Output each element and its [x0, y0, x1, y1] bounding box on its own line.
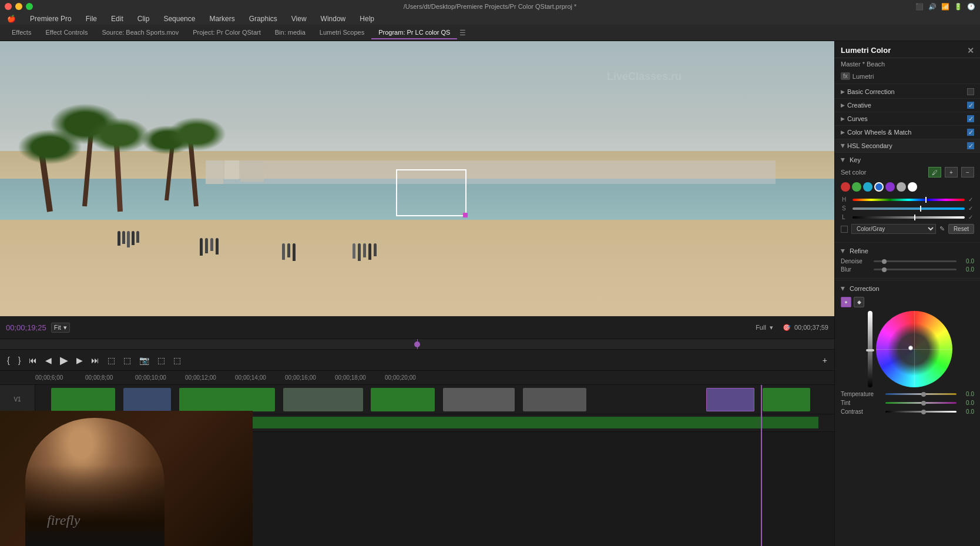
- menu-sequence[interactable]: Sequence: [161, 15, 197, 23]
- overwrite-button[interactable]: ⬚: [122, 354, 132, 366]
- scrub-playhead[interactable]: [414, 341, 420, 347]
- go-to-in-button[interactable]: ⏮: [28, 354, 38, 366]
- clip-5[interactable]: [371, 388, 435, 411]
- temperature-slider[interactable]: [885, 393, 956, 395]
- menu-window[interactable]: Window: [318, 15, 348, 23]
- section-color-wheels[interactable]: ▶ Color Wheels & Match ✓: [835, 126, 980, 139]
- clip-3[interactable]: [179, 388, 275, 411]
- swatch-cyan[interactable]: [863, 182, 872, 192]
- section-hsl-secondary[interactable]: ▶ HSL Secondary ✓: [835, 139, 980, 153]
- wheel-indicator[interactable]: [908, 346, 913, 350]
- color-wheels-checkbox[interactable]: ✓: [967, 129, 974, 136]
- tab-project[interactable]: Project: Pr Color QStart: [186, 26, 268, 39]
- tab-menu-icon[interactable]: ☰: [459, 29, 466, 37]
- tab-effect-controls[interactable]: Effect Controls: [38, 26, 95, 39]
- tint-thumb[interactable]: [921, 401, 926, 406]
- section-creative[interactable]: ▶ Creative ✓: [835, 99, 980, 112]
- colorgray-select[interactable]: Color/Gray: [851, 224, 936, 234]
- clip-1[interactable]: [51, 388, 115, 411]
- blur-thumb[interactable]: [882, 267, 887, 272]
- trim-button[interactable]: ⬚: [156, 354, 166, 366]
- sat-slider-thumb[interactable]: [920, 206, 921, 212]
- clip-9[interactable]: [763, 388, 811, 411]
- menu-help[interactable]: Help: [357, 15, 377, 23]
- luma-slider-thumb[interactable]: [914, 215, 915, 220]
- menu-markers[interactable]: Markers: [207, 15, 237, 23]
- eyedropper-minus-button[interactable]: −: [961, 167, 974, 177]
- timeline-playhead[interactable]: [761, 385, 762, 546]
- hue-slider-track[interactable]: [853, 199, 965, 201]
- luma-slider-track[interactable]: [853, 216, 965, 219]
- colorgray-checkbox[interactable]: [841, 226, 848, 233]
- export-frame-button[interactable]: ⬚: [172, 354, 182, 366]
- tab-program[interactable]: Program: Pr LC color QS: [371, 26, 457, 39]
- swatch-red[interactable]: [841, 182, 850, 192]
- section-curves[interactable]: ▶ Curves ✓: [835, 112, 980, 126]
- temperature-thumb[interactable]: [921, 392, 926, 397]
- luma-reset-icon[interactable]: ✓: [968, 214, 973, 220]
- correction-diamond-icon[interactable]: ◆: [854, 297, 864, 307]
- hue-reset-icon[interactable]: ✓: [968, 196, 973, 203]
- menu-view[interactable]: View: [289, 15, 309, 23]
- swatch-purple[interactable]: [885, 182, 895, 192]
- swatch-white[interactable]: [908, 182, 917, 192]
- sat-reset-icon[interactable]: ✓: [968, 205, 973, 212]
- hue-slider-thumb[interactable]: [925, 197, 927, 203]
- clip-2[interactable]: [123, 388, 172, 411]
- go-to-out-button[interactable]: ⏭: [90, 354, 100, 366]
- correction-circle-icon[interactable]: ●: [841, 297, 851, 307]
- tab-lumetri-scopes[interactable]: Lumetri Scopes: [313, 26, 371, 39]
- swatch-green[interactable]: [852, 182, 861, 192]
- swatch-blue[interactable]: [874, 182, 884, 192]
- fullscreen-button[interactable]: [26, 3, 33, 10]
- panel-close-icon[interactable]: ✕: [967, 46, 974, 55]
- menu-premiere[interactable]: Premiere Pro: [28, 15, 74, 23]
- section-basic-correction[interactable]: ▶ Basic Correction: [835, 85, 980, 99]
- quality-selector[interactable]: Full: [756, 324, 766, 331]
- clip-6[interactable]: [443, 388, 515, 411]
- brightness-slider[interactable]: [868, 311, 872, 387]
- swatch-gray[interactable]: [897, 182, 906, 192]
- mark-out-button[interactable]: }: [17, 354, 22, 366]
- clip-7[interactable]: [523, 388, 587, 411]
- menu-edit[interactable]: Edit: [109, 15, 126, 23]
- menu-clip[interactable]: Clip: [135, 15, 152, 23]
- scrubber[interactable]: [0, 339, 834, 349]
- mark-in-button[interactable]: {: [6, 354, 11, 366]
- tab-effects[interactable]: Effects: [5, 26, 38, 39]
- colorgray-edit-icon[interactable]: ✎: [939, 225, 945, 233]
- menu-file[interactable]: File: [83, 15, 99, 23]
- reset-button[interactable]: Reset: [948, 224, 974, 234]
- creative-checkbox[interactable]: ✓: [967, 102, 974, 109]
- tab-bin[interactable]: Bin: media: [268, 26, 313, 39]
- insert-button[interactable]: ⬚: [106, 354, 116, 366]
- clip-8[interactable]: [706, 388, 754, 411]
- clip-4[interactable]: [283, 388, 363, 411]
- sat-slider-track[interactable]: [853, 207, 965, 210]
- tab-source[interactable]: Source: Beach Sports.mov: [95, 26, 186, 39]
- contrast-slider[interactable]: [885, 411, 956, 413]
- play-stop-button[interactable]: ▶: [59, 353, 69, 368]
- eyedropper-normal-button[interactable]: 🖊: [928, 167, 941, 177]
- selection-box[interactable]: [396, 169, 466, 216]
- step-forward-button[interactable]: ▶: [75, 354, 84, 366]
- hsl-checkbox[interactable]: ✓: [967, 142, 974, 149]
- contrast-thumb[interactable]: [921, 410, 926, 414]
- menu-graphics[interactable]: Graphics: [247, 15, 280, 23]
- close-button[interactable]: [5, 3, 12, 10]
- color-wheel[interactable]: [876, 311, 952, 387]
- minimize-button[interactable]: [15, 3, 22, 10]
- add-track-button[interactable]: +: [821, 354, 828, 366]
- denoise-slider[interactable]: [874, 260, 956, 262]
- eyedropper-plus-button[interactable]: +: [945, 167, 958, 177]
- menu-apple[interactable]: 🍎: [5, 15, 18, 23]
- step-back-button[interactable]: ◀: [44, 354, 53, 366]
- denoise-thumb[interactable]: [882, 259, 887, 264]
- tint-slider[interactable]: [885, 402, 956, 404]
- blur-slider[interactable]: [874, 269, 956, 270]
- fit-dropdown[interactable]: Fit ▾: [51, 323, 70, 333]
- camera-button[interactable]: 📷: [138, 354, 150, 366]
- basic-correction-checkbox[interactable]: [967, 88, 974, 95]
- selection-handle[interactable]: [463, 213, 468, 217]
- curves-checkbox[interactable]: ✓: [967, 115, 974, 122]
